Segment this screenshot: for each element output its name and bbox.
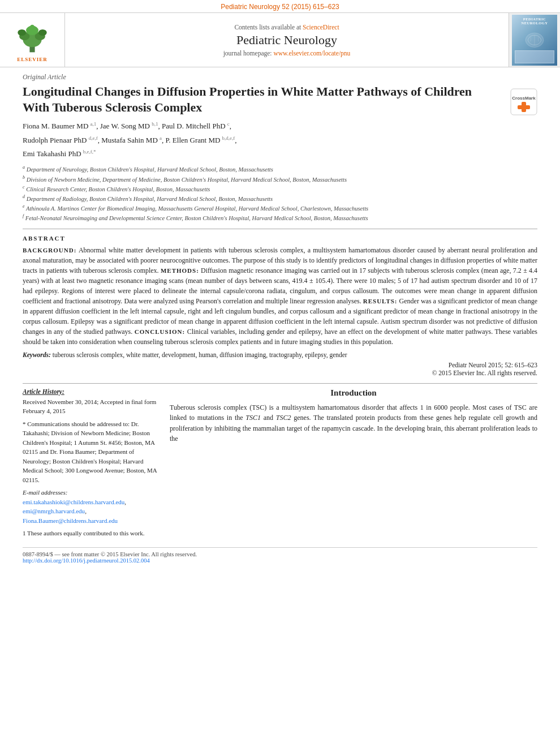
science-direct-line: Contents lists available at ScienceDirec… bbox=[234, 24, 339, 31]
crossmark-icon: CrossMark bbox=[510, 88, 537, 115]
crossmark-badge[interactable]: CrossMark bbox=[510, 88, 537, 118]
journal-header-bar: Pediatric Neurology 52 (2015) 615–623 bbox=[0, 0, 560, 12]
history-received: Received November 30, 2014; Accepted in … bbox=[23, 397, 158, 416]
main-content-area: ABSTRACT BACKGROUND: Abnormal white matt… bbox=[23, 235, 537, 376]
article-history-heading: Article History: bbox=[23, 388, 158, 395]
affiliations: a Department of Neurology, Boston Childr… bbox=[23, 164, 537, 222]
conclusion-label: CONCLUSION: bbox=[135, 328, 185, 335]
journal-name-big: Pediatric Neurology bbox=[236, 33, 337, 48]
affil-d: d Department of Radiology, Boston Childr… bbox=[23, 194, 537, 203]
cover-brain-icon bbox=[520, 29, 549, 49]
abstract-heading: ABSTRACT bbox=[23, 235, 537, 242]
journal-header-text: Pediatric Neurology 52 (2015) 615–623 bbox=[221, 3, 339, 11]
affil-a: a Department of Neurology, Boston Childr… bbox=[23, 164, 537, 174]
cover-label: PEDIATRIC NEUROLOGY bbox=[521, 17, 548, 26]
email-link-2[interactable]: emi@nmrgh.harvard.edu bbox=[23, 508, 85, 514]
keywords-text: tuberous sclerosis complex, white matter… bbox=[53, 351, 347, 358]
author-7: Emi Takahashi PhD b,e,f,* bbox=[23, 149, 96, 158]
methods-label: METHODS: bbox=[161, 267, 199, 274]
affil-c: c Clinical Research Center, Boston Child… bbox=[23, 184, 537, 194]
journal-cover-image: PEDIATRIC NEUROLOGY bbox=[512, 15, 557, 66]
journal-title-area: Contents lists available at ScienceDirec… bbox=[65, 13, 509, 67]
authors-line-3: Emi Takahashi PhD b,e,f,* bbox=[23, 148, 537, 160]
title-crossmark-row: Longitudinal Changes in Diffusion Proper… bbox=[23, 84, 537, 121]
abstract-column: ABSTRACT BACKGROUND: Abnormal white matt… bbox=[23, 235, 537, 376]
author-1: Fiona M. Baumer MD a,1, bbox=[23, 122, 100, 130]
author-5: Mustafa Sahin MD a, bbox=[101, 136, 165, 144]
article-body: Original Article Longitudinal Changes in… bbox=[0, 67, 560, 573]
email-link-3[interactable]: Fiona.Baumer@childrens.harvard.edu bbox=[23, 517, 118, 524]
svg-point-4 bbox=[18, 29, 26, 36]
elsevier-logo: ELSEVIER bbox=[0, 13, 65, 67]
journal-homepage-line: journal homepage: www.elsevier.com/locat… bbox=[223, 50, 351, 57]
cite-line: Pediatr Neurol 2015; 52: 615–623 bbox=[23, 362, 537, 368]
email-link-1[interactable]: emi.takahashioki@childrens.harvard.edu bbox=[23, 499, 124, 505]
author-4: Rudolph Pienaar PhD d,e,f, bbox=[23, 136, 101, 144]
authors-line: Fiona M. Baumer MD a,1, Jae W. Song MD b… bbox=[23, 121, 537, 132]
footnote-equal-contrib: 1 These authors equally contributed to t… bbox=[23, 529, 158, 538]
affil-f: f Fetal-Neonatal Neuroimaging and Develo… bbox=[23, 213, 537, 222]
section-label: Original Article bbox=[23, 73, 537, 81]
author-6: P. Ellen Grant MD b,d,e,f, bbox=[166, 136, 237, 144]
affil-e: e Athinoula A. Martinos Center for Biome… bbox=[23, 203, 537, 213]
abstract-text: BACKGROUND: Abnormal white matter develo… bbox=[23, 245, 537, 347]
affil-b: b Division of Newborn Medicine, Departme… bbox=[23, 174, 537, 184]
elsevier-brand-label: ELSEVIER bbox=[17, 57, 48, 62]
science-direct-link[interactable]: ScienceDirect bbox=[303, 24, 339, 31]
article-history-col: Article History: Received November 30, 2… bbox=[23, 388, 158, 538]
intro-heading: Introduction bbox=[170, 388, 537, 398]
history-communications: * Communications should be addressed to:… bbox=[23, 419, 158, 485]
introduction-col: Introduction Tuberous sclerosis complex … bbox=[170, 388, 537, 538]
footer-copyright: 0887-8994/$ — see front matter © 2015 El… bbox=[23, 551, 537, 557]
title-block: Longitudinal Changes in Diffusion Proper… bbox=[23, 84, 500, 121]
svg-text:CrossMark: CrossMark bbox=[512, 96, 536, 101]
svg-point-5 bbox=[38, 29, 47, 36]
bottom-footer: 0887-8994/$ — see front matter © 2015 El… bbox=[23, 547, 537, 564]
journal-homepage-link[interactable]: www.elsevier.com/locate/pnu bbox=[273, 50, 350, 57]
author-3: Paul D. Mitchell PhD c, bbox=[162, 122, 231, 130]
copyright-line: © 2015 Elsevier Inc. All rights reserved… bbox=[23, 370, 537, 376]
background-label: BACKGROUND: bbox=[23, 247, 76, 254]
results-label: RESULTS: bbox=[363, 298, 398, 304]
elsevier-tree-icon bbox=[12, 23, 52, 54]
journal-cover: PEDIATRIC NEUROLOGY bbox=[509, 13, 560, 67]
svg-rect-13 bbox=[518, 105, 530, 109]
article-title: Longitudinal Changes in Diffusion Proper… bbox=[23, 84, 500, 115]
keywords-line: Keywords: tuberous sclerosis complex, wh… bbox=[23, 351, 537, 358]
authors-line-2: Rudolph Pienaar PhD d,e,f, Mustafa Sahin… bbox=[23, 134, 537, 145]
keywords-label: Keywords: bbox=[23, 351, 51, 358]
history-email: E-mail addresses: emi.takahashioki@child… bbox=[23, 488, 158, 525]
footer-doi-link[interactable]: http://dx.doi.org/10.1016/j.pediatrneuro… bbox=[23, 557, 150, 564]
top-banner: ELSEVIER Contents lists available at Sci… bbox=[0, 12, 560, 67]
divider-1 bbox=[23, 229, 537, 229]
bottom-section: Article History: Received November 30, 2… bbox=[23, 383, 537, 538]
author-2: Jae W. Song MD b,1, bbox=[100, 122, 162, 130]
intro-this-word: this bbox=[445, 424, 454, 432]
svg-point-7 bbox=[30, 25, 34, 29]
intro-body: Tuberous sclerosis complex (TSC) is a mu… bbox=[170, 402, 537, 444]
